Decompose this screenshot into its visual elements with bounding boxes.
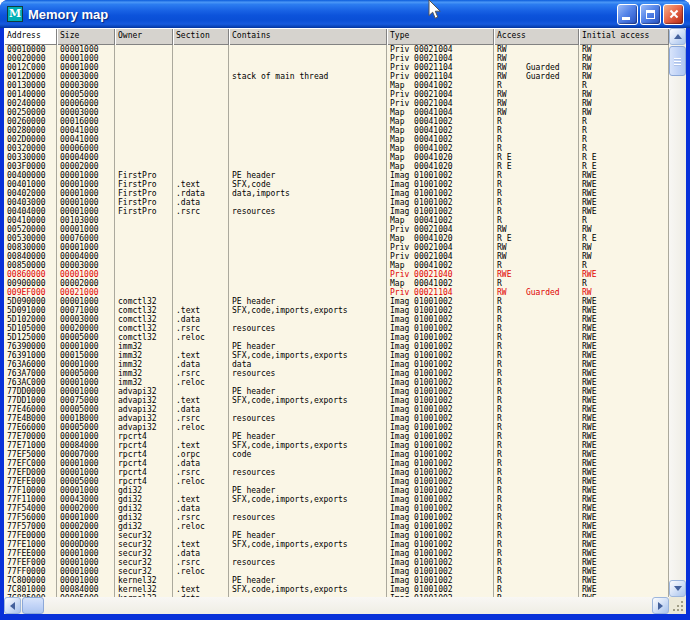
table-row[interactable]: 002D000000041000Map 00041002RR	[4, 135, 669, 144]
table-row[interactable]: 77EFE00000005000rpcrt4.relocImag 0100100…	[4, 477, 669, 486]
table-row[interactable]: 0040200000001000FirstPro.rdatadata,impor…	[4, 189, 669, 198]
cell-access: R	[494, 414, 579, 423]
table-row[interactable]: 0024000000006000Priv 00021004RWRW	[4, 99, 669, 108]
table-row[interactable]: 7C80000000001000kernel32PE headerImag 01…	[4, 576, 669, 585]
scroll-right-button[interactable]	[652, 597, 669, 614]
table-row[interactable]: 77DD000000001000advapi32PE headerImag 01…	[4, 387, 669, 396]
table-row[interactable]: 0041000000103000Map 00041002RR	[4, 216, 669, 225]
table-row[interactable]: 0090000000002000Map 00041002RR	[4, 279, 669, 288]
column-header-size[interactable]: Size	[57, 28, 115, 45]
cell-size: 00001000	[57, 171, 115, 180]
cell-initial_access: RWE	[579, 585, 669, 594]
cell-initial_access: RW	[579, 252, 669, 261]
table-row[interactable]: 5D10200000003000comctl32.dataImag 010010…	[4, 315, 669, 324]
table-row[interactable]: 77F5700000002000gdi32.relocImag 01001002…	[4, 522, 669, 531]
table-row[interactable]: 0040000000001000FirstProPE headerImag 01…	[4, 171, 669, 180]
table-row[interactable]: 763A700000005000imm32.rsrcresourcesImag …	[4, 369, 669, 378]
table-row[interactable]: 0028000000041000Map 00041002RR	[4, 126, 669, 135]
table-row[interactable]: 5D10500000020000comctl32.rsrcresourcesIm…	[4, 324, 669, 333]
table-row[interactable]: 77F5600000001000gdi32.rsrcresourcesImag …	[4, 513, 669, 522]
column-header-contains[interactable]: Contains	[229, 28, 387, 45]
table-row[interactable]: 0086000000001000Priv 00021040RWERWE	[4, 270, 669, 279]
table-row[interactable]: 0084000000004000Priv 00021004RWRW	[4, 252, 669, 261]
cell-contains	[229, 243, 387, 252]
table-row[interactable]: 763A600000001000imm32.datadataImag 01001…	[4, 360, 669, 369]
table-row[interactable]: 0083000000001000Priv 00021004RWRW	[4, 243, 669, 252]
column-header-type[interactable]: Type	[387, 28, 494, 45]
cell-address: 003F0000	[4, 162, 57, 171]
table-row[interactable]: 77DD100000075000advapi32.textSFX,code,im…	[4, 396, 669, 405]
cell-section	[173, 486, 229, 495]
table-row[interactable]: 0032000000006000Map 00041002RR	[4, 144, 669, 153]
table-row[interactable]: 77E4600000005000advapi32.dataImag 010010…	[4, 405, 669, 414]
column-header-section[interactable]: Section	[173, 28, 229, 45]
table-row[interactable]: 0013000000003000Map 00041002RR	[4, 81, 669, 90]
close-button[interactable]	[663, 4, 684, 25]
table-row[interactable]: 77FF000000001000secur32.relocImag 010010…	[4, 567, 669, 576]
table-row[interactable]: 009EF00000021000Priv 00021104RW GuardedR…	[4, 288, 669, 297]
cell-initial_access: RW	[579, 225, 669, 234]
table-row[interactable]: 0014000000005000Priv 00021004RWRW	[4, 90, 669, 99]
cell-owner: gdi32	[115, 504, 173, 513]
cell-address: 00404000	[4, 207, 57, 216]
table-row[interactable]: 77EF500000007000rpcrt4.orpccodeImag 0100…	[4, 450, 669, 459]
table-row[interactable]: 0025000000003000Map 00041004RWRW	[4, 108, 669, 117]
table-row[interactable]: 0052000000001000Priv 00021004RWRW	[4, 225, 669, 234]
resize-grip[interactable]	[669, 597, 686, 614]
table-row[interactable]: 0012C00000001000Priv 00021104RW GuardedR…	[4, 63, 669, 72]
titlebar[interactable]: M Memory map	[0, 0, 690, 28]
table-row[interactable]: 5D09000000001000comctl32PE headerImag 01…	[4, 297, 669, 306]
maximize-button[interactable]	[640, 4, 661, 25]
table-row[interactable]: 77EFD00000001000rpcrt4.rsrcresourcesImag…	[4, 468, 669, 477]
table-row[interactable]: 0026000000016000Map 00041002RR	[4, 117, 669, 126]
table-row[interactable]: 0053000000076000Map 00041020R ER E	[4, 234, 669, 243]
table-row[interactable]: 5D12500000005000comctl32.relocImag 01001…	[4, 333, 669, 342]
cell-contains	[229, 198, 387, 207]
table-row[interactable]: 0040300000001000FirstPro.dataImag 010010…	[4, 198, 669, 207]
table-row[interactable]: 763AC00000001000imm32.relocImag 01001002…	[4, 378, 669, 387]
table-row[interactable]: 0040400000001000FirstPro.rsrcresourcesIm…	[4, 207, 669, 216]
cell-address: 7C800000	[4, 576, 57, 585]
table-row[interactable]: 0040100000001000FirstPro.textSFX,codeIma…	[4, 180, 669, 189]
vertical-scrollbar[interactable]	[669, 28, 686, 597]
column-header-address[interactable]: Address	[4, 28, 57, 45]
table-row[interactable]: 0033000000004000Map 00041020R ER E	[4, 153, 669, 162]
table-row[interactable]: 77F1000000001000gdi32PE headerImag 01001…	[4, 486, 669, 495]
table-row[interactable]: 77F5400000002000gdi32.dataImag 01001002R…	[4, 504, 669, 513]
column-header-initial_access[interactable]: Initial access	[579, 28, 669, 45]
minimize-button[interactable]	[617, 4, 638, 25]
scroll-up-button[interactable]	[669, 28, 686, 45]
cell-type: Priv 00021004	[387, 54, 494, 63]
table-row[interactable]: 77FE000000001000secur32PE headerImag 010…	[4, 531, 669, 540]
cell-owner: rpcrt4	[115, 459, 173, 468]
table-row[interactable]: 77EFC00000001000rpcrt4.dataImag 01001002…	[4, 459, 669, 468]
table-row[interactable]: 0085000000003000Map 00041002RR	[4, 261, 669, 270]
cell-access: RW	[494, 54, 579, 63]
table-row[interactable]: 77E6600000005000advapi32.relocImag 01001…	[4, 423, 669, 432]
table-row[interactable]: 7639100000015000imm32.textSFX,code,impor…	[4, 351, 669, 360]
column-header-access[interactable]: Access	[494, 28, 579, 45]
horizontal-scroll-thumb[interactable]	[22, 597, 44, 614]
table-row[interactable]: 7C80100000084000kernel32.textSFX,code,im…	[4, 585, 669, 594]
horizontal-scrollbar[interactable]	[4, 597, 669, 614]
scroll-left-button[interactable]	[4, 597, 21, 614]
table-row[interactable]: 77E7000000001000rpcrt4PE headerImag 0100…	[4, 432, 669, 441]
cell-initial_access: RWE	[579, 189, 669, 198]
scroll-down-button[interactable]	[669, 580, 686, 597]
table-row[interactable]: 5D09100000071000comctl32.textSFX,code,im…	[4, 306, 669, 315]
table-row[interactable]: 77E7100000084000rpcrt4.textSFX,code,impo…	[4, 441, 669, 450]
table-row[interactable]: 0012D00000003000stack of main threadPriv…	[4, 72, 669, 81]
column-header-owner[interactable]: Owner	[115, 28, 173, 45]
cell-size: 00084000	[57, 441, 115, 450]
cell-section	[173, 576, 229, 585]
table-row[interactable]: 77FEF00000001000secur32.rsrcresourcesIma…	[4, 558, 669, 567]
table-row[interactable]: 77FEE00000001000secur32.dataImag 0100100…	[4, 549, 669, 558]
table-row[interactable]: 77E4B0000001B000advapi32.rsrcresourcesIm…	[4, 414, 669, 423]
table-row[interactable]: 0001000000001000Priv 00021004RWRW	[4, 45, 669, 54]
table-row[interactable]: 003F000000002000Map 00041020R ER E	[4, 162, 669, 171]
table-row[interactable]: 77FE10000000D000secur32.textSFX,code,imp…	[4, 540, 669, 549]
table-row[interactable]: 7639000000001000imm32PE headerImag 01001…	[4, 342, 669, 351]
table-row[interactable]: 0002000000001000Priv 00021004RWRW	[4, 54, 669, 63]
vertical-scroll-thumb[interactable]	[669, 46, 686, 76]
table-row[interactable]: 77F1100000043000gdi32.textSFX,code,impor…	[4, 495, 669, 504]
